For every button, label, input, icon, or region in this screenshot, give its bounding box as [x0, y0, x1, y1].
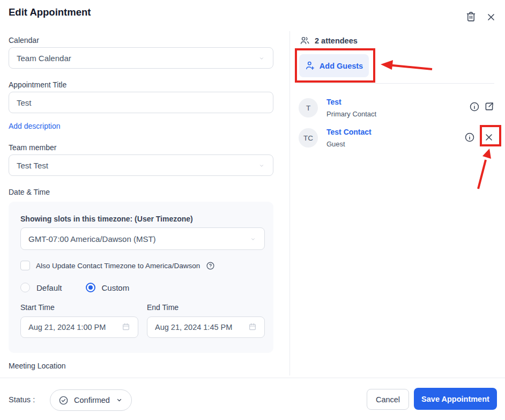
team-member-label: Team member: [9, 143, 56, 152]
calendar-icon: [248, 322, 257, 333]
timezone-label: Showing slots in this timezone: (User Ti…: [20, 215, 193, 223]
chevron-down-icon: [258, 161, 265, 170]
radio-custom-label: Custom: [102, 283, 130, 292]
attendees-divider: [299, 83, 494, 84]
attendee-name-link[interactable]: Test: [326, 98, 341, 106]
timezone-select-value: GMT-07:00 America/Dawson (MST): [28, 234, 249, 244]
start-time-value: Aug 21, 2024 1:00 PM: [28, 323, 122, 331]
start-time-label: Start Time: [20, 303, 55, 312]
attendee-name-link[interactable]: Test Contact: [326, 128, 372, 136]
external-link-icon: [484, 101, 495, 114]
delete-appointment-button[interactable]: [464, 10, 477, 24]
calendar-select-value: Team Calendar: [17, 54, 258, 63]
check-circle-icon: [58, 395, 69, 406]
chevron-down-icon: [249, 234, 257, 244]
start-time-input[interactable]: Aug 21, 2024 1:00 PM: [20, 316, 138, 338]
add-guests-label: Add Guests: [320, 62, 363, 70]
date-time-panel: Showing slots in this timezone: (User Ti…: [9, 202, 273, 353]
attendee-open-button[interactable]: [484, 101, 495, 114]
attendee-info-button[interactable]: [469, 101, 480, 114]
radio-default-label: Default: [36, 283, 62, 292]
remove-guest-button[interactable]: [484, 132, 494, 144]
add-guests-button[interactable]: Add Guests: [299, 54, 369, 77]
attendee-role: Primary Contact: [326, 110, 376, 118]
user-plus-icon: [305, 61, 315, 71]
page-title: Edit Appointment: [9, 6, 91, 18]
chevron-down-icon: [258, 54, 265, 63]
attendees-header: 2 attendees: [299, 35, 358, 46]
attendees-count: 2 attendees: [315, 36, 358, 45]
appointment-title-input[interactable]: Test: [9, 92, 273, 113]
appointment-title-value: Test: [17, 98, 265, 107]
team-member-select[interactable]: Test Test: [9, 154, 273, 176]
status-value: Confirmed: [74, 396, 110, 404]
radio-default[interactable]: Default: [20, 283, 62, 292]
calendar-select[interactable]: Team Calendar: [9, 47, 273, 69]
radio-custom-circle: [86, 283, 95, 292]
status-dropdown[interactable]: Confirmed: [50, 389, 132, 411]
end-time-label: End Time: [147, 303, 179, 312]
annotation-arrowhead-add-guests: [381, 60, 393, 70]
avatar: T: [299, 98, 318, 117]
footer-divider: [0, 378, 505, 378]
update-contact-timezone-checkbox[interactable]: [20, 261, 30, 270]
date-time-section-label: Date & Time: [9, 188, 50, 196]
chevron-down-icon: [115, 397, 123, 403]
close-modal-button[interactable]: [485, 11, 497, 24]
radio-default-circle: [20, 283, 30, 292]
annotation-arrow-remove-guest: [478, 160, 486, 189]
users-icon: [299, 35, 310, 46]
update-contact-timezone-label: Also Update Contact Timezone to America/…: [36, 262, 200, 270]
edit-appointment-modal: Edit Appointment Calendar Team Calendar …: [0, 0, 505, 420]
info-icon: [464, 132, 475, 144]
end-time-input[interactable]: Aug 21, 2024 1:45 PM: [147, 316, 265, 338]
meeting-location-label: Meeting Location: [9, 362, 66, 370]
vertical-divider: [289, 31, 290, 375]
calendar-label: Calendar: [9, 36, 39, 45]
add-description-link[interactable]: Add description: [9, 122, 61, 130]
annotation-arrowhead-remove-guest: [482, 149, 491, 159]
radio-custom[interactable]: Custom: [86, 283, 130, 292]
close-icon: [486, 12, 496, 24]
calendar-icon: [122, 322, 130, 333]
attendee-info-button[interactable]: [464, 132, 475, 144]
status-label: Status :: [9, 395, 35, 404]
attendee-role: Guest: [326, 140, 345, 148]
timezone-select[interactable]: GMT-07:00 America/Dawson (MST): [20, 227, 265, 250]
cancel-button[interactable]: Cancel: [367, 389, 409, 410]
trash-icon: [465, 11, 477, 24]
team-member-select-value: Test Test: [17, 161, 258, 170]
save-appointment-button[interactable]: Save Appointment: [414, 388, 497, 410]
help-icon[interactable]: [206, 261, 215, 270]
annotation-arrow-add-guests: [390, 65, 432, 70]
avatar: TC: [299, 128, 318, 148]
end-time-value: Aug 21, 2024 1:45 PM: [155, 323, 248, 331]
remove-x-icon: [484, 132, 494, 144]
info-icon: [469, 101, 480, 114]
appointment-title-label: Appointment Title: [9, 80, 66, 89]
